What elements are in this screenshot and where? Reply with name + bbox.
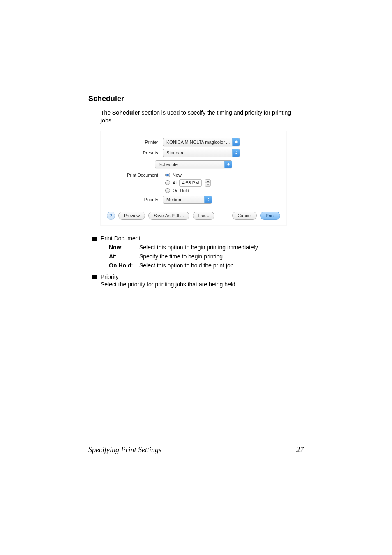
time-input[interactable]: 4:53 PM	[179, 179, 202, 187]
select-caret-icon	[204, 196, 212, 203]
page-number: 27	[296, 446, 304, 454]
page-footer: Specifying Print Settings 27	[88, 443, 304, 454]
divider	[107, 164, 152, 164]
chevron-up-icon	[207, 180, 209, 182]
intro-pre: The	[101, 109, 112, 116]
square-bullet-icon	[92, 237, 97, 241]
time-stepper[interactable]	[205, 179, 211, 187]
fax-button[interactable]: Fax...	[193, 212, 215, 220]
radio-now[interactable]	[165, 173, 170, 177]
footer-title: Specifying Print Settings	[88, 446, 161, 454]
presets-select-value: Standard	[166, 150, 187, 155]
select-caret-icon	[224, 161, 232, 168]
list-item: Priority Select the priority for printin…	[92, 274, 304, 288]
save-as-pdf-button[interactable]: Save As PDF...	[148, 212, 189, 220]
list-item: Print Document Now: Select this option t…	[92, 235, 304, 271]
footer-rule	[88, 443, 304, 443]
radio-now-label: Now	[173, 173, 182, 177]
divider	[235, 164, 280, 164]
radio-at[interactable]	[165, 180, 170, 185]
section-select-value: Scheduler	[159, 162, 181, 167]
priority-select[interactable]: Medium	[163, 196, 212, 204]
presets-label: Presets:	[107, 150, 163, 155]
definition-row: Now: Select this option to begin printin…	[109, 244, 259, 251]
divider	[107, 207, 280, 207]
priority-label: Priority:	[107, 197, 163, 202]
def-key: At	[109, 253, 115, 260]
print-button[interactable]: Print	[260, 212, 280, 220]
radio-hold[interactable]	[165, 188, 170, 193]
printer-select[interactable]: KONICA MINOLTA magicolor ...	[163, 138, 240, 146]
priority-select-value: Medium	[166, 197, 184, 202]
help-button[interactable]: ?	[107, 212, 115, 220]
list-item-title: Print Document	[101, 235, 259, 242]
select-caret-icon	[232, 149, 240, 157]
select-caret-icon	[232, 138, 240, 146]
printer-label: Printer:	[107, 140, 163, 145]
definition-row: At: Specify the time to begin printing.	[109, 253, 259, 260]
def-key: On Hold	[109, 262, 131, 269]
printer-select-value: KONICA MINOLTA magicolor ...	[166, 140, 231, 145]
definition-row: On Hold: Select this option to hold the …	[109, 262, 259, 269]
list-item-desc: Select the priority for printing jobs th…	[101, 281, 237, 288]
def-value: Select this option to begin printing imm…	[139, 244, 259, 251]
dialog-screenshot: Printer: KONICA MINOLTA magicolor ... Pr…	[101, 131, 304, 225]
intro-paragraph: The Scheduler section is used to specify…	[101, 109, 304, 124]
print-document-label: Print Document:	[107, 173, 163, 177]
section-heading: Scheduler	[88, 94, 304, 103]
chevron-down-icon	[207, 184, 209, 185]
def-value: Specify the time to begin printing.	[139, 253, 259, 260]
def-key: Now	[109, 244, 121, 251]
list-item-title: Priority	[101, 274, 237, 280]
radio-at-label: At	[173, 180, 177, 185]
preview-button[interactable]: Preview	[118, 212, 145, 220]
intro-bold: Scheduler	[112, 109, 140, 116]
presets-select[interactable]: Standard	[163, 149, 240, 157]
radio-hold-label: On Hold	[173, 188, 189, 193]
cancel-button[interactable]: Cancel	[232, 212, 257, 220]
def-value: Select this option to hold the print job…	[139, 262, 259, 269]
square-bullet-icon	[92, 275, 97, 279]
section-select[interactable]: Scheduler	[155, 160, 232, 168]
